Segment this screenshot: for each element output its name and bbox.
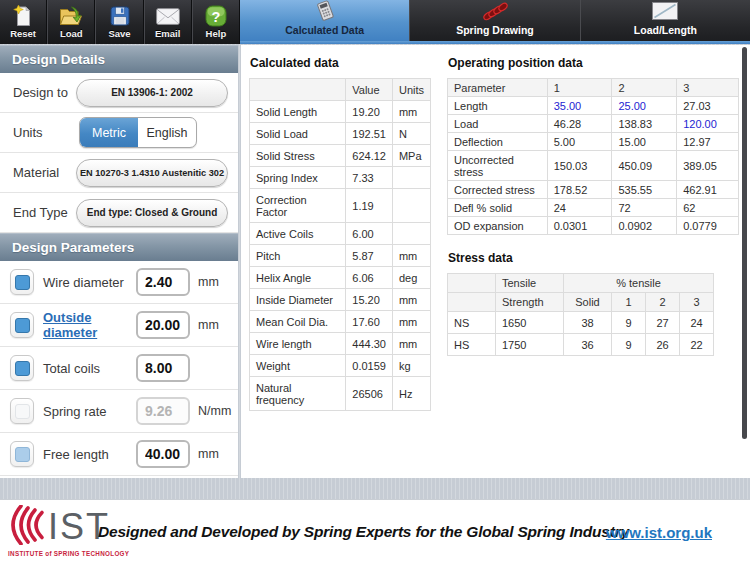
row-label-cell: Inside Diameter (250, 289, 346, 311)
value-cell: 24 (547, 199, 612, 217)
design-sidebar: Design Details Design toEN 13906-1: 2002… (0, 45, 238, 478)
column-header: 1 (612, 293, 646, 312)
parameter-row: Outside diametermm (0, 304, 238, 347)
column-header: 2 (612, 79, 677, 97)
footer-tagline: Designed and Developed by Spring Experts… (98, 523, 629, 541)
parameter-label: Spring rate (43, 404, 107, 419)
value-cell: 36 (564, 334, 612, 356)
value-cell: Hz (392, 377, 430, 411)
table-row: Natural frequency26506Hz (250, 377, 431, 411)
calculated-data-title: Calculated data (250, 56, 431, 70)
value-cell: 624.12 (346, 145, 393, 167)
operating-position-title: Operating position data (448, 56, 739, 70)
table-row: HS17503692622 (448, 334, 714, 356)
operating-position-table: Parameter123Length35.0025.0027.03Load46.… (447, 78, 739, 235)
tab-load-length[interactable]: Load/Length (580, 0, 750, 44)
value-cell: mm (392, 333, 430, 355)
parameter-unit-label: N/mm (198, 404, 231, 418)
row-label-cell: NS (448, 312, 496, 334)
parameter-label: Wire diameter (43, 275, 124, 290)
end-type-button[interactable]: End type: Closed & Ground (76, 199, 228, 227)
material-button[interactable]: EN 10270-3 1.4310 Austenitic 302 (76, 159, 228, 187)
parameter-value-group: mm (136, 268, 228, 296)
design-details-label: Design to (13, 85, 68, 100)
entered-value-cell[interactable]: 25.00 (612, 97, 677, 115)
table-row: Deflection5.0015.0012.97 (448, 133, 739, 151)
top-bar: ResetLoadSaveEmail?Help Calculated DataS… (0, 0, 750, 44)
value-cell: 27.03 (677, 97, 739, 115)
tab-spring-drawing[interactable]: Spring Drawing (409, 0, 579, 44)
design-details-row: End TypeEnd type: Closed & Ground (0, 193, 238, 233)
toolbar-button-label: Save (108, 28, 130, 39)
row-label-cell: Correction Factor (250, 189, 346, 223)
value-cell: mm (392, 289, 430, 311)
tab-calculated-data[interactable]: Calculated Data (240, 0, 409, 44)
row-label-cell: Uncorrected stress (448, 151, 548, 181)
table-row: NS16503892724 (448, 312, 714, 334)
design-details-row: UnitsMetricEnglish (0, 113, 238, 153)
parameter-checkbox[interactable] (10, 355, 34, 381)
row-label-cell: Spring Index (250, 167, 346, 189)
reset-button[interactable]: Reset (0, 0, 47, 44)
email-button[interactable]: Email (144, 0, 192, 44)
table-row: Correction Factor1.19 (250, 189, 431, 223)
units-option-english[interactable]: English (138, 118, 196, 147)
value-cell: 192.51 (346, 123, 393, 145)
operating-data-column: Operating position data Parameter123Leng… (447, 51, 739, 356)
tab-label: Spring Drawing (456, 24, 534, 36)
row-label-cell: Load (448, 115, 548, 133)
ist-website-link[interactable]: www.ist.org.uk (606, 524, 712, 541)
load-button[interactable]: Load (47, 0, 95, 44)
parameter-checkbox[interactable] (10, 441, 34, 467)
table-row: Active Coils6.00 (250, 223, 431, 245)
row-label-cell: Solid Length (250, 101, 346, 123)
value-cell: 138.83 (612, 115, 677, 133)
value-cell: 72 (612, 199, 677, 217)
column-header (250, 79, 346, 101)
value-cell: 17.60 (346, 311, 393, 333)
column-header: 2 (646, 293, 680, 312)
design-to-button[interactable]: EN 13906-1: 2002 (76, 79, 228, 107)
table-header-row: StrengthSolid123 (448, 293, 714, 312)
row-label-cell: Defl % solid (448, 199, 548, 217)
parameter-row: Free lengthmm (0, 433, 238, 476)
toolbar: ResetLoadSaveEmail?Help (0, 0, 240, 44)
row-label-cell: Helix Angle (250, 267, 346, 289)
ist-logo-arcs-icon (8, 505, 46, 549)
parameter-label-link[interactable]: Outside diameter (43, 310, 136, 340)
table-row: Inside Diameter15.20mm (250, 289, 431, 311)
value-cell: 5.00 (547, 133, 612, 151)
vertical-scrollbar[interactable] (742, 47, 747, 439)
parameter-value-input[interactable] (136, 354, 190, 382)
parameter-value-input[interactable] (136, 311, 190, 339)
tab-bar: Calculated DataSpring DrawingLoad/Length (240, 0, 750, 44)
parameter-checkbox[interactable] (10, 398, 34, 424)
help-button[interactable]: ?Help (192, 0, 240, 44)
table-row: Length35.0025.0027.03 (448, 97, 739, 115)
table-header-row: Parameter123 (448, 79, 739, 97)
save-button[interactable]: Save (95, 0, 143, 44)
parameter-value-input[interactable] (136, 268, 190, 296)
row-label-cell: Solid Load (250, 123, 346, 145)
parameter-checkbox[interactable] (10, 312, 34, 338)
parameter-value-group: mm (136, 311, 228, 339)
units-option-metric[interactable]: Metric (80, 118, 138, 147)
value-cell: 15.20 (346, 289, 393, 311)
table-row: Helix Angle6.06deg (250, 267, 431, 289)
column-header: Solid (564, 293, 612, 312)
parameter-value-input[interactable] (136, 440, 190, 468)
table-row: Weight0.0159kg (250, 355, 431, 377)
value-cell: 0.0301 (547, 217, 612, 235)
value-cell: MPa (392, 145, 430, 167)
value-cell: 6.00 (346, 223, 393, 245)
table-row: Load46.28138.83120.00 (448, 115, 739, 133)
design-details-row: Design toEN 13906-1: 2002 (0, 73, 238, 113)
parameter-checkbox[interactable] (10, 269, 34, 295)
table-header-row: ValueUnits (250, 79, 431, 101)
entered-value-cell[interactable]: 120.00 (677, 115, 739, 133)
table-header-row: Tensile% tensile (448, 274, 714, 293)
entered-value-cell[interactable]: 35.00 (547, 97, 612, 115)
footer: IST INSTITUTE of SPRING TECHNOLOGY Desig… (0, 499, 750, 563)
units-segmented-control: MetricEnglish (79, 117, 197, 148)
column-header: Value (346, 79, 393, 101)
